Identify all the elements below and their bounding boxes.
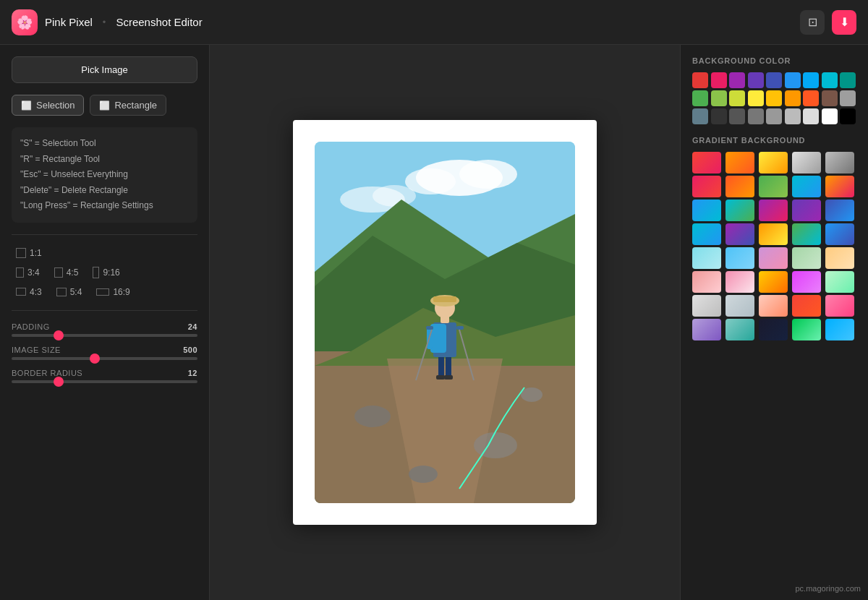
gradient-swatch[interactable] [726,176,754,197]
ratio-4x5[interactable]: 4:5 [50,266,83,279]
rectangle-tool-label: Rectangle [114,100,157,111]
color-swatch[interactable] [822,72,838,88]
gradient-swatch[interactable] [726,319,754,340]
gradient-swatch[interactable] [825,200,854,221]
padding-slider[interactable] [12,334,197,337]
gradient-swatch[interactable] [792,176,821,197]
ratio-box-9x16 [93,267,99,278]
color-swatch[interactable] [748,108,764,124]
ratio-3x4[interactable]: 3:4 [12,266,44,279]
color-swatch[interactable] [840,72,856,88]
color-swatch[interactable] [692,72,708,88]
gradient-swatch[interactable] [726,200,754,221]
gradient-swatch[interactable] [759,247,788,269]
color-swatch[interactable] [766,90,782,106]
gradient-swatch[interactable] [759,295,788,317]
gradient-swatch[interactable] [692,271,721,293]
svg-rect-18 [444,375,453,380]
gradient-swatch[interactable] [692,152,721,173]
gradient-swatch[interactable] [692,223,721,245]
gradient-swatch[interactable] [759,152,788,173]
gradient-swatch[interactable] [825,223,854,245]
gradient-swatch[interactable] [726,152,754,173]
color-swatch[interactable] [803,72,819,88]
svg-point-14 [521,387,542,402]
color-swatch[interactable] [803,108,819,124]
gradient-swatch[interactable] [726,247,754,269]
color-swatch[interactable] [729,108,745,124]
gradient-swatch[interactable] [692,176,721,197]
color-swatch[interactable] [785,108,801,124]
color-swatch[interactable] [766,108,782,124]
app-name: Pink Pixel [45,16,93,28]
selection-icon: ⬜ [21,100,32,111]
svg-rect-17 [436,375,445,380]
shortcut-s: "S" = Selection Tool [20,136,189,152]
shortcut-esc: "Esc" = Unselect Everything [20,167,189,183]
color-swatch[interactable] [785,90,801,106]
rectangle-tool-button[interactable]: ⬜ Rectangle [90,95,166,116]
gradient-swatch[interactable] [726,295,754,317]
gradient-swatch[interactable] [692,247,721,269]
gradient-swatch[interactable] [792,319,821,340]
gradient-swatch[interactable] [759,271,788,293]
gradient-swatch[interactable] [825,271,854,293]
color-swatch[interactable] [822,90,838,106]
download-button[interactable]: ⬇ [832,10,856,35]
color-swatch[interactable] [692,90,708,106]
gradient-swatch[interactable] [759,176,788,197]
app-subtitle: Screenshot Editor [116,16,202,28]
gradient-swatch[interactable] [759,319,788,340]
color-swatch[interactable] [822,108,838,124]
color-swatch[interactable] [711,72,727,88]
image-size-slider[interactable] [12,357,197,360]
color-swatch[interactable] [711,108,727,124]
svg-rect-15 [438,355,444,377]
color-swatch[interactable] [748,72,764,88]
gradient-swatch[interactable] [792,247,821,269]
photo-placeholder [315,142,575,503]
gradient-swatch[interactable] [825,295,854,317]
color-swatch[interactable] [840,90,856,106]
gradient-swatch[interactable] [692,200,721,221]
gradient-swatch[interactable] [726,271,754,293]
gradient-swatch[interactable] [726,223,754,245]
divider-2 [12,310,197,311]
gradient-swatch[interactable] [792,271,821,293]
ratio-box-4x3 [16,288,26,296]
gradient-swatch[interactable] [825,247,854,269]
color-swatch[interactable] [729,72,745,88]
ratio-box-3x4 [16,267,24,278]
gradient-swatch[interactable] [825,152,854,173]
gradient-swatch[interactable] [825,319,854,340]
color-swatch[interactable] [748,90,764,106]
border-radius-slider[interactable] [12,380,197,383]
gradient-swatch[interactable] [759,200,788,221]
ratio-16x9[interactable]: 16:9 [92,286,134,299]
color-swatch[interactable] [711,90,727,106]
color-swatch[interactable] [692,108,708,124]
ratio-5x4[interactable]: 5:4 [52,286,87,299]
color-swatch[interactable] [766,72,782,88]
gradient-swatch[interactable] [692,295,721,317]
border-radius-slider-row: BORDER RADIUS 12 [12,369,197,383]
gradient-swatch[interactable] [692,319,721,340]
gradient-swatch[interactable] [792,223,821,245]
gradient-swatch[interactable] [792,152,821,173]
color-swatch[interactable] [803,90,819,106]
color-swatch[interactable] [840,108,856,124]
selection-tool-button[interactable]: ⬜ Selection [12,95,84,116]
ratio-box-1x1 [16,248,26,258]
ratio-1x1[interactable]: 1:1 [12,247,46,260]
color-swatch[interactable] [785,72,801,88]
window-button[interactable]: ⊡ [800,10,825,35]
gradient-swatch[interactable] [792,200,821,221]
pick-image-button[interactable]: Pick Image [12,56,197,83]
gradient-swatch[interactable] [759,223,788,245]
gradient-swatch[interactable] [792,295,821,317]
color-swatch[interactable] [729,90,745,106]
ratio-9x16[interactable]: 9:16 [88,265,124,280]
gradient-swatch[interactable] [825,176,854,197]
divider-1 [12,234,197,235]
ratio-4x3[interactable]: 4:3 [12,286,46,299]
